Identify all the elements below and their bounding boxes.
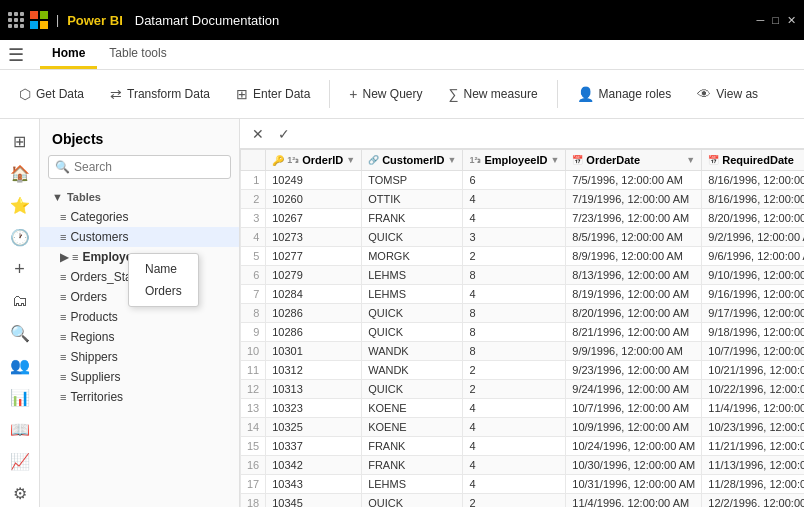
col-order-date[interactable]: 📅 OrderDate ▼	[566, 150, 702, 171]
cell-0: 11	[241, 361, 266, 380]
search-input[interactable]	[74, 160, 224, 174]
nav-icon-create[interactable]: +	[4, 255, 36, 283]
tooltip-item-orders[interactable]: Orders	[129, 280, 198, 302]
col-orderid-type: 1²₃	[287, 155, 299, 165]
sidebar-item-customers[interactable]: ≡ Customers	[40, 227, 239, 247]
cell-2: LEHMS	[362, 285, 463, 304]
tooltip-item-name[interactable]: Name	[129, 258, 198, 280]
cell-5: 11/21/1996, 12:00:00 AM	[702, 437, 804, 456]
table-row[interactable]: 1210313QUICK29/24/1996, 12:00:00 AM10/22…	[241, 380, 805, 399]
minimize-icon[interactable]: ─	[757, 14, 765, 26]
col-customerid-name: CustomerID	[382, 154, 444, 166]
tables-section[interactable]: ▼ Tables	[40, 187, 239, 207]
nav-icon-people[interactable]: 👥	[4, 352, 36, 380]
nav-icon-recent[interactable]: 🕐	[4, 223, 36, 251]
tab-home[interactable]: Home	[40, 40, 97, 69]
nav-icon-apps[interactable]: 📊	[4, 384, 36, 412]
cell-3: 8	[463, 304, 566, 323]
sidebar-item-categories[interactable]: ≡ Categories	[40, 207, 239, 227]
sidebar-header: Objects	[40, 127, 239, 155]
cell-5: 9/17/1996, 12:00:00 AM	[702, 304, 804, 323]
nav-icon-grid[interactable]: ⊞	[4, 127, 36, 155]
table-row[interactable]: 1810345QUICK211/4/1996, 12:00:00 AM12/2/…	[241, 494, 805, 508]
col-employee-id[interactable]: 1²₃ EmployeeID ▼	[463, 150, 566, 171]
enter-data-button[interactable]: ⊞ Enter Data	[225, 79, 321, 109]
table-row[interactable]: 310267FRANK47/23/1996, 12:00:00 AM8/20/1…	[241, 209, 805, 228]
table-row[interactable]: 210260OTTIK47/19/1996, 12:00:00 AM8/16/1…	[241, 190, 805, 209]
enter-data-label: Enter Data	[253, 87, 310, 101]
cancel-button[interactable]: ✕	[248, 124, 268, 144]
cell-0: 10	[241, 342, 266, 361]
table-row[interactable]: 610279LEHMS88/13/1996, 12:00:00 AM9/10/1…	[241, 266, 805, 285]
cell-5: 8/16/1996, 12:00:00 AM	[702, 190, 804, 209]
table-container[interactable]: 🔑 1²₃ OrderID ▼ 🔗 CustomerID ▼	[240, 149, 804, 507]
maximize-icon[interactable]: □	[772, 14, 779, 26]
col-orderid-name: OrderID	[302, 154, 343, 166]
table-row[interactable]: 1110312WANDK29/23/1996, 12:00:00 AM10/21…	[241, 361, 805, 380]
cell-2: WANDK	[362, 342, 463, 361]
waffle-icon[interactable]	[8, 12, 24, 28]
table-icon-employees: ▶	[60, 251, 68, 264]
table-row[interactable]: 810286QUICK88/20/1996, 12:00:00 AM9/17/1…	[241, 304, 805, 323]
table-row[interactable]: 410273QUICK38/5/1996, 12:00:00 AM9/2/199…	[241, 228, 805, 247]
col-orderdate-filter[interactable]: ▼	[686, 155, 695, 165]
table-row[interactable]: 1710343LEHMS410/31/1996, 12:00:00 AM11/2…	[241, 475, 805, 494]
transform-data-button[interactable]: ⇄ Transform Data	[99, 79, 221, 109]
cell-5: 9/16/1996, 12:00:00 AM	[702, 285, 804, 304]
sidebar-item-products[interactable]: ≡ Products	[40, 307, 239, 327]
tab-table-tools[interactable]: Table tools	[97, 40, 178, 69]
cell-5: 8/20/1996, 12:00:00 AM	[702, 209, 804, 228]
table-row[interactable]: 1010301WANDK89/9/1996, 12:00:00 AM10/7/1…	[241, 342, 805, 361]
top-bar: | Power BI Datamart Documentation ─ □ ✕	[0, 0, 804, 40]
customers-label: Customers	[70, 230, 128, 244]
table-row[interactable]: 1410325KOENE410/9/1996, 12:00:00 AM10/23…	[241, 418, 805, 437]
col-employeeid-filter[interactable]: ▼	[550, 155, 559, 165]
cell-3: 2	[463, 494, 566, 508]
cell-1: 10342	[266, 456, 362, 475]
power-bi-label: Power BI	[67, 13, 123, 28]
col-customerid-filter[interactable]: ▼	[448, 155, 457, 165]
table-row[interactable]: 1310323KOENE410/7/1996, 12:00:00 AM11/4/…	[241, 399, 805, 418]
cell-3: 4	[463, 209, 566, 228]
confirm-button[interactable]: ✓	[274, 124, 294, 144]
nav-icon-search[interactable]: 🔍	[4, 319, 36, 347]
search-box[interactable]: 🔍	[48, 155, 231, 179]
nav-icon-data[interactable]: 🗂	[4, 287, 36, 315]
sidebar-item-territories[interactable]: ≡ Territories	[40, 387, 239, 407]
col-customer-id[interactable]: 🔗 CustomerID ▼	[362, 150, 463, 171]
table-row[interactable]: 1610342FRANK410/30/1996, 12:00:00 AM11/1…	[241, 456, 805, 475]
sidebar-item-shippers[interactable]: ≡ Shippers	[40, 347, 239, 367]
nav-icon-star[interactable]: ⭐	[4, 191, 36, 219]
col-orderid-filter[interactable]: ▼	[346, 155, 355, 165]
close-icon[interactable]: ✕	[787, 14, 796, 27]
cell-3: 4	[463, 475, 566, 494]
new-query-button[interactable]: + New Query	[338, 79, 433, 109]
cell-0: 9	[241, 323, 266, 342]
nav-icon-metrics[interactable]: 📈	[4, 448, 36, 476]
sidebar-item-regions[interactable]: ≡ Regions	[40, 327, 239, 347]
table-row[interactable]: 110249TOMSP67/5/1996, 12:00:00 AM8/16/19…	[241, 171, 805, 190]
table-icon-orders: ≡	[60, 291, 66, 303]
nav-icon-admin[interactable]: ⚙	[4, 480, 36, 507]
nav-icon-learn[interactable]: 📖	[4, 416, 36, 444]
table-row[interactable]: 510277MORGK28/9/1996, 12:00:00 AM9/6/199…	[241, 247, 805, 266]
ribbon: ☰ Home Table tools ⬡ Get Data ⇄ Transfor…	[0, 40, 804, 119]
manage-roles-button[interactable]: 👤 Manage roles	[566, 79, 683, 109]
nav-icon-home[interactable]: 🏠	[4, 159, 36, 187]
col-required-date[interactable]: 📅 RequiredDate ▼	[702, 150, 804, 171]
get-data-button[interactable]: ⬡ Get Data	[8, 79, 95, 109]
orders-label: Orders	[70, 290, 107, 304]
new-measure-button[interactable]: ∑ New measure	[438, 79, 549, 109]
table-row[interactable]: 1510337FRANK410/24/1996, 12:00:00 AM11/2…	[241, 437, 805, 456]
sidebar-item-suppliers[interactable]: ≡ Suppliers	[40, 367, 239, 387]
cell-5: 9/6/1996, 12:00:00 AM	[702, 247, 804, 266]
regions-label: Regions	[70, 330, 114, 344]
hamburger-icon[interactable]: ☰	[8, 46, 24, 64]
cell-4: 7/23/1996, 12:00:00 AM	[566, 209, 702, 228]
col-order-id[interactable]: 🔑 1²₃ OrderID ▼	[266, 150, 362, 171]
sidebar: Objects 🔍 ▼ Tables ≡ Categories ≡ Custom…	[40, 119, 240, 507]
cell-1: 10301	[266, 342, 362, 361]
table-row[interactable]: 710284LEHMS48/19/1996, 12:00:00 AM9/16/1…	[241, 285, 805, 304]
view-as-button[interactable]: 👁 View as	[686, 79, 769, 109]
table-row[interactable]: 910286QUICK88/21/1996, 12:00:00 AM9/18/1…	[241, 323, 805, 342]
